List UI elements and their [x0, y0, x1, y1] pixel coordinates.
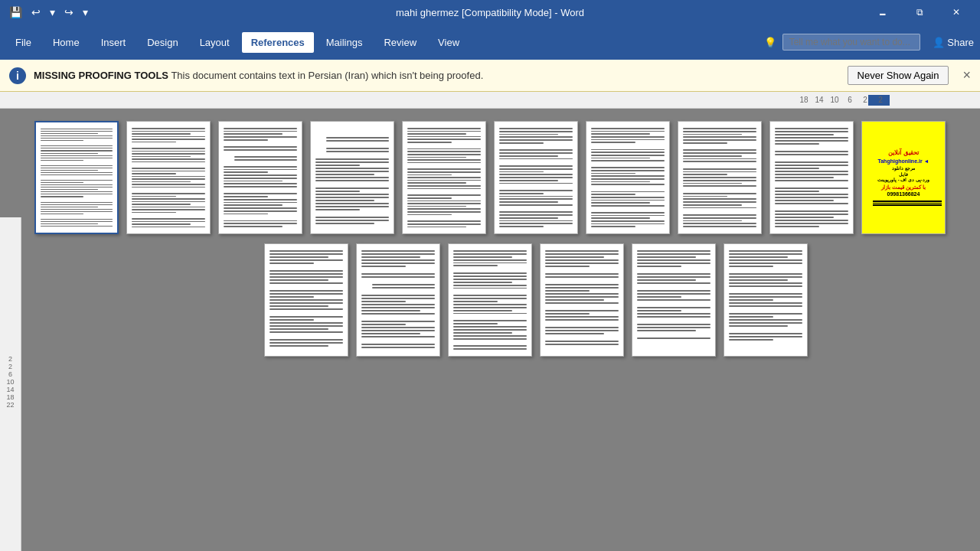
share-icon: 👤 [933, 37, 945, 48]
tab-home[interactable]: Home [44, 32, 89, 53]
ruler-num-18: 18 [796, 96, 812, 104]
page-thumb-13[interactable] [448, 243, 532, 357]
customize-qat-button[interactable]: ▾ [80, 5, 91, 20]
ruler-num-2b: 2 [873, 96, 888, 104]
minimize-button[interactable]: 🗕 [865, 0, 900, 24]
page-thumb-12[interactable] [356, 243, 440, 357]
search-lightbulb-icon: 💡 [764, 37, 776, 48]
page-thumb-11[interactable] [264, 243, 348, 357]
vertical-ruler: 2 2 6 10 14 18 22 [0, 217, 21, 551]
ruler-num-2a: 2 [858, 96, 873, 104]
notification-close-button[interactable]: × [962, 67, 971, 83]
notification-bar: i MISSING PROOFING TOOLS This document c… [0, 60, 980, 92]
notification-text: MISSING PROOFING TOOLS This document con… [34, 70, 840, 81]
ruler-num-14: 14 [812, 96, 827, 104]
page-thumb-6[interactable] [494, 121, 578, 234]
ruler-num-6: 6 [842, 96, 858, 104]
page-thumb-15[interactable] [632, 243, 716, 357]
page-thumb-10-ad[interactable]: تحقیق آنلاین Tahghighonline.ir ◄ مرجع دا… [861, 121, 946, 234]
redo-button[interactable]: ↪ [61, 5, 77, 20]
page-thumb-16[interactable] [724, 243, 808, 357]
pages-row-1: تحقیق آنلاین Tahghighonline.ir ◄ مرجع دا… [31, 121, 949, 234]
page-thumb-3[interactable] [218, 121, 302, 234]
ribbon-search[interactable]: 💡 [764, 34, 920, 51]
quick-access-toolbar[interactable]: 💾 ↩ ▾ ↪ ▾ [6, 5, 91, 20]
ruler-num-10: 10 [827, 96, 842, 104]
search-input[interactable] [782, 34, 920, 51]
ruler-numbers: 18 14 10 6 2 2 [796, 96, 888, 104]
close-button[interactable]: ✕ [939, 0, 974, 24]
page-thumb-1[interactable] [34, 121, 119, 234]
tab-file[interactable]: File [6, 32, 41, 53]
document-area: 2 2 6 10 14 18 22 [0, 109, 980, 551]
tab-references[interactable]: References [242, 32, 314, 53]
ribbon: File Home Insert Design Layout Reference… [0, 24, 980, 60]
window-controls[interactable]: 🗕 ⧉ ✕ [865, 0, 974, 24]
pages-row-2 [31, 243, 949, 357]
save-button[interactable]: 💾 [6, 5, 25, 20]
tab-mailings[interactable]: Mailings [317, 32, 372, 53]
document-title: mahi ghermez [Compatibility Mode] - Word [396, 7, 584, 18]
never-show-again-button[interactable]: Never Show Again [848, 66, 949, 85]
page-thumb-8[interactable] [678, 121, 762, 234]
tab-layout[interactable]: Layout [191, 32, 239, 53]
page-thumb-5[interactable] [402, 121, 486, 234]
tab-insert[interactable]: Insert [92, 32, 136, 53]
share-label: Share [947, 37, 974, 48]
restore-button[interactable]: ⧉ [902, 0, 937, 24]
page-thumb-4[interactable] [310, 121, 394, 234]
info-icon: i [9, 67, 26, 84]
share-button[interactable]: 👤 Share [933, 37, 974, 48]
notification-message: This document contains text in Persian (… [171, 70, 483, 81]
title-bar: 💾 ↩ ▾ ↪ ▾ mahi ghermez [Compatibility Mo… [0, 0, 980, 24]
page-thumb-14[interactable] [540, 243, 624, 357]
undo-dropdown-button[interactable]: ▾ [47, 5, 58, 20]
page-thumb-7[interactable] [586, 121, 670, 234]
ad-content: تحقیق آنلاین Tahghighonline.ir ◄ مرجع دا… [865, 125, 942, 230]
page-thumb-9[interactable] [769, 121, 854, 234]
page-thumb-2[interactable] [126, 121, 211, 234]
tab-view[interactable]: View [429, 32, 469, 53]
notification-bold: MISSING PROOFING TOOLS [34, 70, 168, 81]
tab-review[interactable]: Review [374, 32, 426, 53]
horizontal-ruler: 18 14 10 6 2 2 [0, 92, 980, 109]
tab-design[interactable]: Design [138, 32, 187, 53]
undo-button[interactable]: ↩ [28, 5, 44, 20]
